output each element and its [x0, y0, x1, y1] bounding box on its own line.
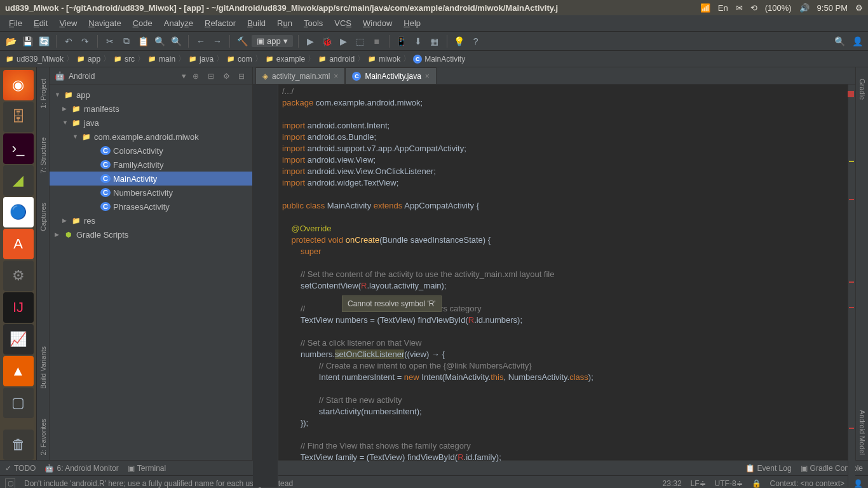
menu-window[interactable]: Window: [358, 17, 397, 30]
software-icon[interactable]: A: [3, 229, 34, 259]
crumb-root[interactable]: 📁ud839_Miwok: [5, 55, 64, 64]
menu-view[interactable]: View: [54, 17, 82, 30]
cut-icon[interactable]: ✂: [103, 34, 117, 48]
crumb-com[interactable]: 📁com: [226, 55, 252, 64]
system-monitor-icon[interactable]: 📈: [3, 324, 34, 355]
tab-favorites[interactable]: 2: Favorites: [38, 414, 48, 460]
help-icon[interactable]: 💡: [452, 34, 466, 48]
menu-analyze[interactable]: Analyze: [159, 17, 198, 30]
crumb-main[interactable]: 📁main: [147, 55, 175, 64]
tool-android-monitor[interactable]: 🤖 6: Android Monitor: [44, 464, 118, 473]
undo-icon[interactable]: ↶: [62, 34, 76, 48]
open-icon[interactable]: 📂: [4, 34, 18, 48]
question-icon[interactable]: ?: [469, 34, 483, 48]
search-icon[interactable]: 🔍: [832, 34, 846, 48]
tree-java[interactable]: ▼📁java: [50, 116, 252, 130]
tab-captures[interactable]: Captures: [38, 198, 48, 236]
vlc-icon[interactable]: ▲: [3, 356, 34, 386]
back-icon[interactable]: ←: [194, 34, 208, 48]
crumb-src[interactable]: 📁src: [113, 55, 135, 64]
android-studio-icon[interactable]: ◢: [3, 165, 34, 196]
tree-app[interactable]: ▼📁app: [50, 88, 252, 102]
save-icon[interactable]: 💾: [20, 34, 34, 48]
toggle-tool-icon[interactable]: ▢: [5, 478, 15, 489]
tab-gradle[interactable]: Gradle: [857, 74, 867, 105]
tab-xml[interactable]: ◈activity_main.xml×: [255, 67, 345, 84]
lang-indicator[interactable]: En: [718, 3, 728, 13]
app-icon[interactable]: ▢: [3, 388, 34, 418]
tree-package[interactable]: ▼📁com.example.android.miwok: [50, 130, 252, 144]
crumb-android[interactable]: 📁android: [318, 55, 355, 64]
attach-icon[interactable]: ⬚: [353, 34, 367, 48]
trash-icon[interactable]: 🗑: [3, 430, 34, 460]
layout-icon[interactable]: ▦: [428, 34, 442, 48]
tab-build-variants[interactable]: Build Variants: [38, 341, 48, 394]
profile-icon[interactable]: ▶: [337, 34, 351, 48]
bluetooth-icon[interactable]: ⟲: [750, 3, 757, 13]
panel-title[interactable]: Android: [69, 72, 178, 81]
close-icon[interactable]: ×: [425, 72, 430, 81]
crumb-app[interactable]: 📁app: [76, 55, 100, 64]
code-content[interactable]: /.../ package com.example.android.miwok;…: [278, 85, 848, 487]
make-icon[interactable]: 🔨: [235, 34, 249, 48]
terminal-icon[interactable]: ›_: [3, 133, 34, 164]
menu-navigate[interactable]: Navigate: [83, 17, 126, 30]
redo-icon[interactable]: ↷: [78, 34, 92, 48]
menu-edit[interactable]: Edit: [29, 17, 53, 30]
collapse-icon[interactable]: ⊕: [190, 71, 201, 82]
code-editor[interactable]: /.../ package com.example.android.miwok;…: [253, 85, 855, 487]
tab-project[interactable]: 1: Project: [38, 74, 48, 113]
sync-icon[interactable]: 🔄: [37, 34, 51, 48]
tree-numbers[interactable]: CNumbersActivity: [50, 186, 252, 200]
copy-icon[interactable]: ⧉: [119, 34, 133, 48]
tree-gradle[interactable]: ▶⬢Gradle Scripts: [50, 227, 252, 241]
battery-label[interactable]: (100%): [765, 3, 792, 13]
hide-panel-icon[interactable]: ⊟: [236, 71, 247, 82]
volume-icon[interactable]: 🔊: [799, 3, 810, 13]
mail-icon[interactable]: ✉: [736, 3, 743, 13]
forward-icon[interactable]: →: [210, 34, 224, 48]
menu-run[interactable]: Run: [272, 17, 297, 30]
clock[interactable]: 9:50 PM: [817, 3, 848, 13]
menu-vcs[interactable]: VCS: [329, 17, 356, 30]
sdk-icon[interactable]: ⬇: [411, 34, 425, 48]
run-icon[interactable]: ▶: [304, 34, 318, 48]
tree-family[interactable]: CFamilyActivity: [50, 158, 252, 172]
crumb-example[interactable]: 📁example: [265, 55, 305, 64]
tree-main[interactable]: CMainActivity: [50, 172, 252, 186]
gear-icon[interactable]: ⚙: [855, 3, 863, 13]
crumb-miwok[interactable]: 📁miwok: [367, 55, 400, 64]
paste-icon[interactable]: 📋: [136, 34, 150, 48]
gutter[interactable]: [253, 85, 278, 487]
debug-icon[interactable]: 🐞: [320, 34, 334, 48]
menu-refactor[interactable]: Refactor: [200, 17, 241, 30]
close-icon[interactable]: ×: [334, 72, 338, 81]
settings-app-icon[interactable]: ⚙: [3, 261, 34, 291]
tool-terminal[interactable]: ▣ Terminal: [128, 464, 166, 473]
menu-help[interactable]: Help: [398, 17, 426, 30]
menu-code[interactable]: Code: [128, 17, 158, 30]
dash-icon[interactable]: ◉: [3, 70, 34, 100]
wifi-icon[interactable]: 📶: [700, 3, 710, 13]
error-stripe[interactable]: [848, 85, 855, 487]
tree-manifests[interactable]: ▶📁manifests: [50, 102, 252, 116]
crumb-file[interactable]: CMainActivity: [413, 55, 465, 64]
avd-icon[interactable]: 📱: [395, 34, 409, 48]
tool-todo[interactable]: ✓ TODO: [5, 464, 36, 473]
replace-icon[interactable]: 🔍: [169, 34, 183, 48]
settings-panel-icon[interactable]: ⚙: [220, 71, 232, 82]
run-config-selector[interactable]: ▣ app ▾: [252, 35, 293, 47]
menu-build[interactable]: Build: [242, 17, 271, 30]
stop-icon[interactable]: ■: [370, 34, 384, 48]
tree-phrases[interactable]: CPhrasesActivity: [50, 200, 252, 214]
crumb-java[interactable]: 📁java: [188, 55, 214, 64]
intellij-icon[interactable]: IJ: [3, 292, 34, 323]
tab-java[interactable]: CMainActivity.java×: [345, 67, 437, 84]
tree-colors[interactable]: CColorsActivity: [50, 144, 252, 158]
find-icon[interactable]: 🔍: [153, 34, 166, 48]
tab-structure[interactable]: 7: Structure: [38, 132, 48, 179]
chrome-icon[interactable]: 🔵: [3, 197, 34, 227]
tree-res[interactable]: ▶📁res: [50, 214, 252, 227]
tab-android-model[interactable]: Android Model: [857, 405, 867, 460]
menu-file[interactable]: File: [4, 17, 27, 30]
